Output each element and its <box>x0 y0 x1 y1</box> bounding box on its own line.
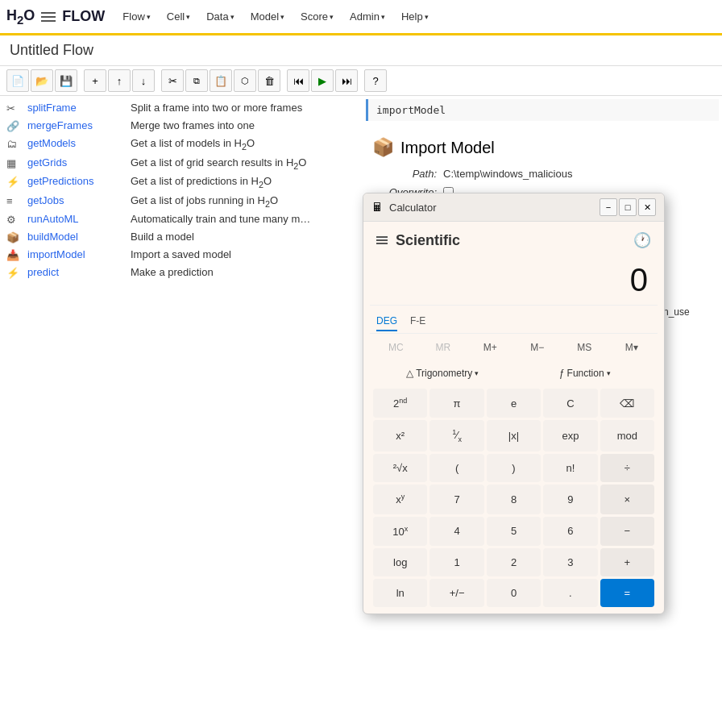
calc-btn-subtract[interactable]: − <box>600 517 654 546</box>
sidebar-link-buildmodel[interactable]: buildModel <box>27 231 124 243</box>
nav-model[interactable]: Model ▾ <box>244 7 291 26</box>
calc-btn-8[interactable]: 8 <box>487 485 541 514</box>
toolbar: 📄 📂 💾 + ↑ ↓ ✂ ⧉ 📋 ⬡ 🗑 ⏮ ▶ ⏭ ? <box>0 66 722 96</box>
sidebar-link-runautoml[interactable]: runAutoML <box>27 213 124 225</box>
calc-mminus-button[interactable]: M− <box>515 339 561 356</box>
calc-function-button[interactable]: ƒ Function ▾ <box>516 363 655 384</box>
tb-copy[interactable]: ⧉ <box>185 69 208 92</box>
tb-prev[interactable]: ⏮ <box>287 69 309 92</box>
calc-hamburger-icon[interactable] <box>376 236 388 244</box>
calc-btn-x2[interactable]: x² <box>373 420 427 451</box>
calculator-dialog: 🖩 Calculator − □ ✕ Scientific 🕐 0 DEG F-… <box>363 193 665 614</box>
calc-btn-2nd[interactable]: 2nd <box>373 389 427 418</box>
sidebar-link-mergeframes[interactable]: mergeFrames <box>27 119 124 131</box>
sidebar-desc-buildmodel: Build a model <box>131 231 194 243</box>
calc-btn-decimal[interactable]: . <box>543 579 597 607</box>
calc-btn-clear[interactable]: C <box>543 389 597 418</box>
calc-history-icon[interactable]: 🕐 <box>633 231 651 249</box>
calc-btn-add[interactable]: + <box>600 548 654 576</box>
list-item: 📦 buildModel Build a model <box>0 228 363 246</box>
calc-btn-6[interactable]: 6 <box>543 517 597 546</box>
sidebar-link-predict[interactable]: predict <box>27 266 124 278</box>
calc-btn-10x[interactable]: 10x <box>373 517 427 546</box>
calc-btn-7[interactable]: 7 <box>429 485 483 514</box>
calc-btn-negate[interactable]: +/− <box>429 579 483 607</box>
cell-code-text: importModel <box>376 104 446 116</box>
automl-icon: ⚙ <box>6 214 21 226</box>
sidebar-link-getmodels[interactable]: getModels <box>27 137 124 149</box>
calc-btn-5[interactable]: 5 <box>487 517 541 546</box>
calc-mr-button[interactable]: MR <box>421 339 467 356</box>
calc-btn-rparen[interactable]: ) <box>487 454 541 482</box>
nav-cell[interactable]: Cell ▾ <box>160 7 197 26</box>
function-chevron-icon: ▾ <box>607 369 611 377</box>
calc-minimize-button[interactable]: − <box>600 198 617 216</box>
calc-btn-abs[interactable]: |x| <box>487 420 541 451</box>
calc-btn-backspace[interactable]: ⌫ <box>600 389 654 418</box>
calc-ms-button[interactable]: MS <box>562 339 608 356</box>
nav-score[interactable]: Score ▾ <box>294 7 340 26</box>
calc-close-button[interactable]: ✕ <box>638 198 656 216</box>
tb-next[interactable]: ⏭ <box>335 69 358 92</box>
sidebar-link-getpredictions[interactable]: getPredictions <box>27 175 124 187</box>
calc-trig-button[interactable]: △ Trigonometry ▾ <box>373 363 512 384</box>
calc-btn-divide[interactable]: ÷ <box>600 454 654 482</box>
calc-btn-mod[interactable]: mod <box>600 420 654 451</box>
calc-btn-log[interactable]: log <box>373 548 427 576</box>
tb-paste[interactable]: 📋 <box>210 69 232 92</box>
calc-titlebar: 🖩 Calculator − □ ✕ <box>363 193 664 222</box>
tb-delete[interactable]: 🗑 <box>258 69 280 92</box>
calc-btn-1[interactable]: 1 <box>429 548 483 576</box>
tb-cut[interactable]: ✂ <box>161 69 184 92</box>
tb-help[interactable]: ? <box>364 69 387 92</box>
calc-mplus-button[interactable]: M+ <box>467 339 513 356</box>
calc-mstore-button[interactable]: M▾ <box>609 339 655 356</box>
calc-btn-2[interactable]: 2 <box>487 548 541 576</box>
calc-btn-ln[interactable]: ln <box>373 579 427 607</box>
calc-fe-option[interactable]: F-E <box>410 312 425 331</box>
tb-clear[interactable]: ⬡ <box>234 69 256 92</box>
calc-btn-sqrt[interactable]: ²√x <box>373 454 427 482</box>
importmodel-icon: 📥 <box>6 249 21 261</box>
calc-btn-recip[interactable]: 1⁄x <box>429 420 483 451</box>
calc-advanced-row: △ Trigonometry ▾ ƒ Function ▾ <box>370 361 658 385</box>
tb-new[interactable]: 📄 <box>6 69 29 92</box>
sidebar-desc-mergeframes: Merge two frames into one <box>131 119 255 131</box>
nav-data[interactable]: Data ▾ <box>200 7 240 26</box>
tb-save[interactable]: 💾 <box>55 69 77 92</box>
cell-code-block: importModel <box>366 99 719 121</box>
calc-btn-multiply[interactable]: × <box>600 485 654 514</box>
list-item: 📥 importModel Import a saved model <box>0 246 363 264</box>
nav-flow[interactable]: Flow ▾ <box>116 7 156 26</box>
calc-btn-4[interactable]: 4 <box>429 517 483 546</box>
path-label: Path: <box>372 168 437 180</box>
calc-btn-3[interactable]: 3 <box>543 548 597 576</box>
nav-help[interactable]: Help ▾ <box>395 7 435 26</box>
trig-chevron-icon: ▾ <box>475 369 479 377</box>
nav-admin[interactable]: Admin ▾ <box>343 7 392 26</box>
calc-btn-0[interactable]: 0 <box>487 579 541 607</box>
sidebar-link-getgrids[interactable]: getGrids <box>27 156 124 168</box>
calc-btn-exp[interactable]: exp <box>543 420 597 451</box>
function-text: Function <box>567 368 604 379</box>
sidebar-link-splitframe[interactable]: splitFrame <box>27 102 124 114</box>
tb-add[interactable]: + <box>84 69 106 92</box>
menu-lines-icon <box>41 12 56 22</box>
calc-deg-option[interactable]: DEG <box>376 312 397 331</box>
tb-down[interactable]: ↓ <box>132 69 155 92</box>
calc-btn-equals[interactable]: = <box>600 579 654 607</box>
calc-maximize-button[interactable]: □ <box>619 198 637 216</box>
calc-btn-e[interactable]: e <box>487 389 541 418</box>
calc-btn-9[interactable]: 9 <box>543 485 597 514</box>
calc-btn-pi[interactable]: π <box>429 389 483 418</box>
tb-run[interactable]: ▶ <box>311 69 334 92</box>
calc-btn-factorial[interactable]: n! <box>543 454 597 482</box>
calc-btn-lparen[interactable]: ( <box>429 454 483 482</box>
sidebar-desc-predict: Make a prediction <box>131 266 214 278</box>
tb-up[interactable]: ↑ <box>108 69 131 92</box>
calc-btn-xpowy[interactable]: xy <box>373 485 427 514</box>
sidebar-link-getjobs[interactable]: getJobs <box>27 194 124 206</box>
tb-open[interactable]: 📂 <box>31 69 53 92</box>
sidebar-link-importmodel[interactable]: importModel <box>27 248 124 260</box>
calc-mc-button[interactable]: MC <box>373 339 419 356</box>
